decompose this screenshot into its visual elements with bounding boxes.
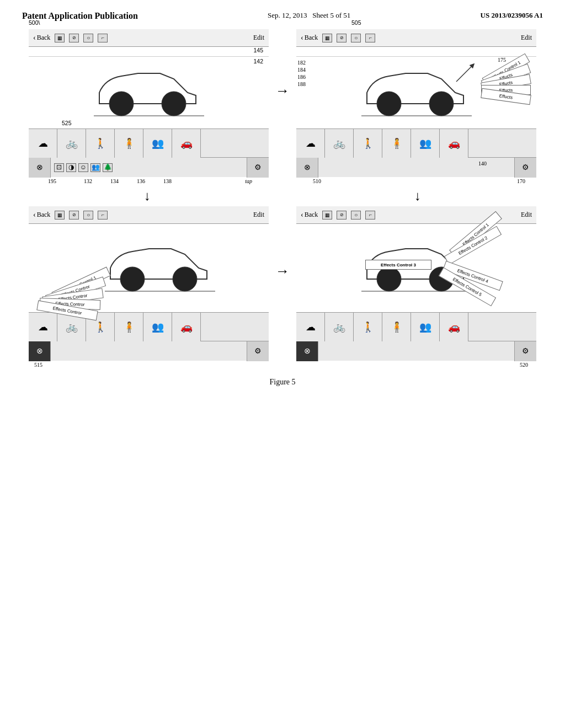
thumb-people[interactable]: 🚶 — [86, 129, 115, 158]
figure-label: Figure 5 — [269, 378, 295, 386]
car-svg-tl — [88, 62, 210, 123]
thumb-person2-tr[interactable]: 🧍 — [382, 129, 411, 158]
circle-icon-tl: ○ — [83, 34, 93, 42]
back-button-bl[interactable]: ‹ Back — [33, 211, 50, 220]
thumb-bike-tr[interactable]: 🚲 — [325, 129, 354, 158]
label-170: 170 — [517, 178, 525, 184]
panel-bottom-left: ‹ Back ▦ ⊘ ○ ⌐ Edit — [29, 206, 269, 370]
filter-icon-tl[interactable]: ◑ — [66, 163, 76, 172]
thumb-person2-br[interactable]: 🧍 — [382, 313, 411, 341]
edit-label-br[interactable]: Edit — [521, 211, 532, 219]
car-area-br: Effects Control 1 Effects Control 2 Effe… — [296, 224, 536, 312]
corner-icon-tr: ⌐ — [365, 34, 375, 42]
label-525: 525 — [62, 120, 72, 126]
panel-bottom-right: ‹ Back ▦ ⊘ ○ ⌐ Edit — [296, 206, 536, 370]
thumb-cloud-tr[interactable]: ☁ — [296, 129, 325, 158]
corner-icon-tl: ⌐ — [98, 34, 108, 42]
vertical-arrows-row: ↓ ↓ — [29, 189, 536, 204]
toolbar-tr: ‹ Back ▦ ⊘ ○ ⌐ Edit — [296, 29, 536, 47]
thumbnail-strip-tl: ☁ 🚲 🚶 🧍 👥 🚗 — [29, 129, 269, 157]
thumbnail-strip-bl: ☁ 🚲 🚶 🧍 👥 🚗 — [29, 312, 269, 341]
thumbnail-strip-tr: ☁ 🚲 🚶 🧍 👥 🚗 — [296, 129, 536, 157]
thumb-people2-bl[interactable]: 👥 — [143, 313, 172, 341]
bottom-bar-tl: ⊗ ⊡ ◑ ☺ 👥 🌲 ⚙ — [29, 157, 269, 177]
back-button-tl[interactable]: ‹ Back — [33, 34, 50, 42]
label-500: 500\ — [29, 19, 40, 26]
ref-tap: tap — [245, 178, 252, 184]
thumb-people2-tr[interactable]: 👥 — [411, 129, 440, 158]
bottom-tools-tl: ⊡ ◑ ☺ 👥 🌲 — [51, 163, 116, 172]
toolbar-bl: ‹ Back ▦ ⊘ ○ ⌐ Edit — [29, 206, 269, 224]
gear-icon-tr[interactable]: ⚙ — [514, 158, 536, 178]
thumb-people-br[interactable]: 🚶 — [354, 313, 382, 341]
gear-icon-br[interactable]: ⚙ — [514, 341, 536, 361]
thumb-people2[interactable]: 👥 — [143, 129, 172, 158]
face-icon-tl[interactable]: ☺ — [78, 163, 88, 172]
thumb-car[interactable]: 🚗 — [172, 129, 201, 158]
effects-cards-bl: Effects Control 1 Effects Contror Effect… — [34, 235, 145, 307]
figure-area: 500\ ‹ Back ▦ ⊘ ○ ⌐ Edit — [29, 29, 536, 387]
svg-point-4 — [429, 92, 454, 116]
settings-icon-br[interactable]: ⊗ — [296, 341, 318, 361]
thumb-person2[interactable]: 🧍 — [115, 129, 143, 158]
arrow-h-bottom: → — [269, 263, 296, 280]
thumb-people2-br[interactable]: 👥 — [411, 313, 440, 341]
divider-145: 145 — [29, 47, 269, 57]
car-area-tl — [29, 57, 269, 129]
thumb-bike-br[interactable]: 🚲 — [325, 313, 354, 341]
crop-icon-tl[interactable]: ⊡ — [54, 163, 64, 172]
svg-point-3 — [377, 92, 401, 116]
ref-label-520: 520 — [296, 361, 536, 370]
thumb-bike[interactable]: 🚲 — [57, 129, 86, 158]
svg-line-6 — [456, 65, 473, 82]
panel-top-right: 505 ‹ Back ▦ ⊘ ○ ⌐ Edit — [296, 29, 536, 186]
corner-icon-bl: ⌐ — [98, 211, 108, 220]
ref-labels-tl: 195 132 134 136 138 tap — [29, 177, 269, 186]
edit-label-tl[interactable]: Edit — [253, 34, 264, 42]
header-right: US 2013/0239056 A1 — [481, 11, 543, 20]
gear-icon-tl[interactable]: ⚙ — [247, 158, 269, 178]
thumb-car-tr[interactable]: 🚗 — [440, 129, 468, 158]
svg-point-10 — [377, 267, 401, 291]
thumb-car-br[interactable]: 🚗 — [440, 313, 468, 341]
settings-icon-tr[interactable]: ⊗ — [296, 158, 318, 178]
label-186: 186 — [297, 74, 306, 80]
figure-caption: Figure 5 — [29, 378, 536, 387]
slash-icon-tl: ⊘ — [69, 34, 79, 42]
people-icon-tl[interactable]: 👥 — [90, 163, 100, 172]
gear-icon-bl[interactable]: ⚙ — [247, 341, 269, 361]
label-520: 520 — [520, 362, 528, 368]
label-182: 182 — [297, 60, 306, 66]
tree-icon-tl[interactable]: 🌲 — [103, 163, 113, 172]
settings-icon-bl[interactable]: ⊗ — [29, 341, 51, 361]
settings-icon-tl[interactable]: ⊗ — [29, 158, 51, 178]
thumb-people-tr[interactable]: 🚶 — [354, 129, 382, 158]
thumb-cloud[interactable]: ☁ — [29, 129, 57, 158]
bottom-bar-bl: ⊗ ⚙ — [29, 341, 269, 361]
arrow-v-right: ↓ — [299, 189, 536, 204]
slash-icon-br: ⊘ — [337, 211, 347, 220]
car-svg-br — [356, 238, 477, 298]
content-br: Effects Control 1 Effects Control 2 Effe… — [296, 224, 536, 312]
slash-icon-bl: ⊘ — [69, 211, 79, 220]
edit-label-tr[interactable]: Edit — [521, 34, 532, 42]
thumb-person2-bl[interactable]: 🧍 — [115, 313, 143, 341]
circle-icon-br: ○ — [351, 211, 361, 220]
back-button-br[interactable]: ‹ Back — [301, 211, 318, 220]
patent-page: Patent Application Publication Sep. 12, … — [0, 0, 565, 728]
back-button-tr[interactable]: ‹ Back — [301, 34, 318, 42]
arrow-spacer — [266, 189, 299, 204]
edit-label-bl[interactable]: Edit — [253, 211, 264, 219]
bottom-bar-tr: ⊗ 140 ⚙ — [296, 157, 536, 177]
grid-icon-tr: ▦ — [322, 34, 332, 42]
thumb-cloud-bl[interactable]: ☁ — [29, 313, 57, 341]
thumb-cloud-br[interactable]: ☁ — [296, 313, 325, 341]
ref-134: 134 — [110, 178, 119, 184]
content-tl: 142 — [29, 57, 269, 129]
thumb-car-bl[interactable]: 🚗 — [172, 313, 201, 341]
corner-icon-br: ⌐ — [365, 211, 375, 220]
panel-top-left: 500\ ‹ Back ▦ ⊘ ○ ⌐ Edit — [29, 29, 269, 186]
thumb-area-tl: 525 ☁ 🚲 🚶 🧍 👥 🚗 — [29, 129, 269, 157]
content-tr: 175 190 Effects Control 1 Effucts Effuct… — [296, 57, 536, 129]
ref-132: 132 — [84, 178, 92, 184]
